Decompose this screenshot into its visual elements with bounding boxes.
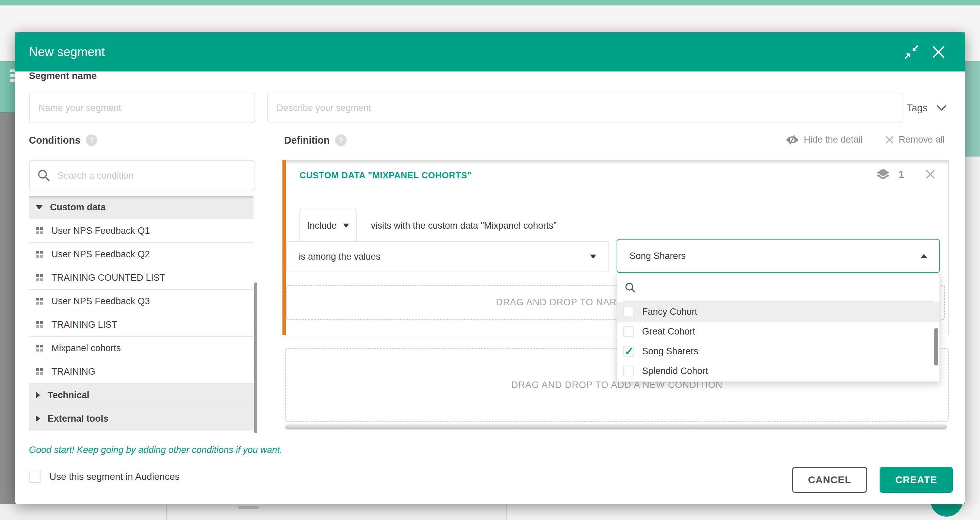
background-left-strip bbox=[0, 32, 15, 61]
checkbox-unchecked[interactable] bbox=[623, 326, 634, 337]
drag-handle-icon bbox=[36, 321, 44, 329]
condition-group-technical[interactable]: Technical bbox=[29, 383, 253, 407]
chevron-down-icon bbox=[937, 105, 947, 111]
caret-down-icon bbox=[343, 224, 349, 228]
segment-description-input[interactable] bbox=[267, 92, 902, 123]
condition-label: User NPS Feedback Q1 bbox=[51, 226, 150, 236]
operator-select[interactable]: is among the values bbox=[286, 241, 609, 272]
remove-all-button[interactable]: Remove all bbox=[885, 134, 945, 145]
audiences-row: Use this segment in Audiences bbox=[29, 471, 180, 483]
close-icon[interactable] bbox=[931, 45, 946, 60]
drag-handle-icon bbox=[36, 344, 44, 352]
modal-title: New segment bbox=[29, 32, 105, 72]
dropdown-option[interactable]: Song Sharers bbox=[617, 341, 940, 361]
dropdown-option[interactable]: Great Cohort bbox=[617, 321, 940, 341]
dropdown-scrollbar[interactable] bbox=[934, 328, 938, 366]
condition-item[interactable]: TRAINING bbox=[29, 360, 253, 383]
card-sentence: visits with the custom data "Mixpanel co… bbox=[371, 208, 557, 243]
group-label: Custom data bbox=[50, 202, 106, 213]
layer-count: 1 bbox=[899, 169, 904, 180]
audiences-checkbox[interactable] bbox=[29, 471, 41, 483]
checkbox-unchecked[interactable] bbox=[623, 306, 634, 317]
condition-group-custom-data[interactable]: Custom data bbox=[29, 196, 253, 219]
tags-dropdown[interactable]: Tags bbox=[907, 92, 947, 123]
narrow-dropzone-text: DRAG AND DROP TO NAR bbox=[496, 285, 617, 320]
card-top-shade bbox=[286, 160, 948, 165]
condition-group-external-tools[interactable]: External tools bbox=[29, 407, 253, 431]
layers-icon[interactable] bbox=[876, 168, 890, 180]
drag-handle-icon bbox=[36, 367, 44, 376]
operator-value: is among the values bbox=[299, 251, 380, 262]
option-label: Fancy Cohort bbox=[642, 307, 697, 317]
conditions-help-icon[interactable]: ? bbox=[86, 134, 97, 146]
card-tools: 1 bbox=[876, 168, 936, 180]
definition-horizontal-scrollbar[interactable] bbox=[285, 425, 947, 429]
background-right-strip bbox=[965, 32, 980, 61]
dropdown-option[interactable]: Fancy Cohort bbox=[617, 302, 940, 321]
drag-handle-icon bbox=[36, 227, 44, 235]
condition-search-input[interactable] bbox=[57, 170, 247, 181]
search-icon bbox=[624, 282, 637, 294]
sidebar-hamburger-icon bbox=[0, 61, 15, 112]
option-label: Great Cohort bbox=[642, 326, 695, 337]
close-x-icon bbox=[885, 135, 894, 144]
condition-label: User NPS Feedback Q2 bbox=[51, 249, 150, 260]
value-select[interactable]: Song Sharers bbox=[617, 239, 940, 273]
option-label: Splendid Cohort bbox=[642, 366, 708, 376]
include-label: Include bbox=[307, 221, 337, 231]
background-right-gray-strip bbox=[965, 157, 980, 504]
remove-all-label: Remove all bbox=[899, 134, 945, 145]
definition-section-title: Definition ? bbox=[284, 134, 347, 146]
condition-item[interactable]: TRAINING LIST bbox=[29, 313, 253, 337]
condition-item[interactable]: User NPS Feedback Q3 bbox=[29, 289, 253, 313]
cancel-button[interactable]: CANCEL bbox=[792, 467, 867, 493]
dropdown-option[interactable]: Splendid Cohort bbox=[617, 361, 940, 381]
card-close-icon[interactable] bbox=[924, 169, 936, 180]
background-bottom-strip bbox=[0, 504, 980, 520]
checkbox-checked[interactable] bbox=[623, 346, 634, 357]
condition-item[interactable]: User NPS Feedback Q1 bbox=[29, 219, 253, 243]
triangle-right-icon bbox=[36, 392, 40, 399]
option-label: Song Sharers bbox=[642, 346, 698, 357]
background-top-strip bbox=[0, 5, 980, 32]
conditions-list: Custom data User NPS Feedback Q1 User NP… bbox=[29, 196, 253, 431]
search-icon bbox=[37, 169, 51, 183]
caret-down-icon bbox=[590, 254, 596, 259]
segment-name-input[interactable] bbox=[29, 92, 255, 123]
hide-detail-label: Hide the detail bbox=[804, 134, 862, 145]
conditions-section-title: Conditions ? bbox=[29, 134, 97, 146]
group-label: Technical bbox=[48, 390, 89, 401]
condition-label: TRAINING LIST bbox=[51, 320, 118, 330]
background-scroll-pill bbox=[238, 506, 259, 509]
dropdown-search[interactable] bbox=[617, 274, 940, 302]
background-right-panel bbox=[507, 504, 980, 520]
definition-title-text: Definition bbox=[284, 135, 330, 146]
background-right-teal-strip bbox=[965, 61, 980, 157]
background-top-band bbox=[0, 0, 980, 5]
selected-value: Song Sharers bbox=[630, 251, 686, 261]
card-title: CUSTOM DATA "MIXPANEL COHORTS" bbox=[299, 170, 472, 181]
condition-search-box bbox=[29, 160, 255, 191]
condition-item[interactable]: TRAINING COUNTED LIST bbox=[29, 266, 253, 289]
drag-handle-icon bbox=[36, 250, 44, 258]
conditions-scrollbar[interactable] bbox=[254, 283, 257, 433]
include-dropdown[interactable]: Include bbox=[299, 208, 356, 243]
audiences-label: Use this segment in Audiences bbox=[49, 471, 180, 482]
collapse-icon[interactable] bbox=[904, 45, 919, 60]
create-button[interactable]: CREATE bbox=[880, 467, 953, 493]
triangle-right-icon bbox=[36, 415, 40, 422]
condition-item[interactable]: User NPS Feedback Q2 bbox=[29, 243, 253, 266]
condition-item[interactable]: Mixpanel cohorts bbox=[29, 337, 253, 360]
tags-label: Tags bbox=[907, 102, 928, 114]
conditions-title-text: Conditions bbox=[29, 135, 80, 146]
drag-handle-icon bbox=[36, 297, 44, 305]
eye-off-icon bbox=[785, 135, 799, 145]
checkbox-unchecked[interactable] bbox=[623, 366, 634, 376]
group-label: External tools bbox=[48, 413, 108, 424]
triangle-down-icon bbox=[36, 205, 43, 210]
definition-help-icon[interactable]: ? bbox=[335, 134, 347, 146]
hide-detail-button[interactable]: Hide the detail bbox=[785, 134, 862, 145]
modal-header: New segment bbox=[15, 32, 965, 72]
condition-label: User NPS Feedback Q3 bbox=[51, 296, 150, 307]
caret-up-icon bbox=[921, 254, 927, 258]
